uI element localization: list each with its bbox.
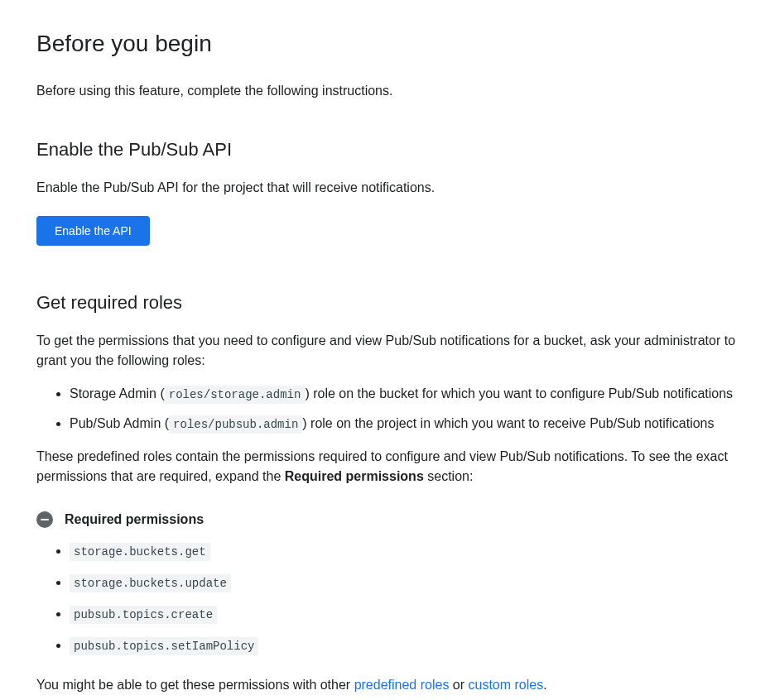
permission-code: pubsub.topics.create bbox=[70, 606, 217, 624]
other-roles-paragraph: You might be able to get these permissio… bbox=[36, 675, 753, 695]
permissions-list: storage.buckets.get storage.buckets.upda… bbox=[36, 541, 753, 655]
predefined-roles-link[interactable]: predefined roles bbox=[354, 678, 450, 692]
collapse-icon bbox=[36, 511, 53, 528]
required-permissions-expander: Required permissions storage.buckets.get… bbox=[36, 510, 753, 655]
expander-toggle[interactable]: Required permissions bbox=[36, 510, 753, 530]
list-item: Pub/Sub Admin (roles/pubsub.admin) role … bbox=[70, 414, 753, 434]
enable-api-heading: Enable the Pub/Sub API bbox=[36, 136, 753, 163]
role-text: Pub/Sub Admin ( bbox=[70, 416, 169, 430]
role-text: ) role on the project in which you want … bbox=[302, 416, 714, 430]
text: or bbox=[449, 678, 468, 692]
roles-list: Storage Admin (roles/storage.admin) role… bbox=[36, 384, 753, 434]
role-code: roles/pubsub.admin bbox=[169, 415, 302, 434]
text: section: bbox=[424, 469, 474, 483]
page: Before you begin Before using this featu… bbox=[0, 0, 770, 700]
role-text: Storage Admin ( bbox=[70, 386, 165, 400]
roles-intro-paragraph: To get the permissions that you need to … bbox=[36, 331, 753, 371]
page-title: Before you begin bbox=[36, 26, 753, 61]
list-item: pubsub.topics.create bbox=[70, 604, 753, 624]
text: You might be able to get these permissio… bbox=[36, 678, 354, 692]
list-item: pubsub.topics.setIamPolicy bbox=[70, 635, 753, 655]
list-item: storage.buckets.update bbox=[70, 573, 753, 592]
role-code: roles/storage.admin bbox=[165, 386, 306, 404]
required-permissions-label: Required permissions bbox=[285, 469, 424, 483]
expander-title: Required permissions bbox=[65, 510, 204, 530]
required-roles-heading: Get required roles bbox=[36, 289, 753, 316]
roles-explanation: These predefined roles contain the permi… bbox=[36, 447, 753, 487]
enable-api-paragraph: Enable the Pub/Sub API for the project t… bbox=[36, 178, 753, 198]
enable-api-button[interactable]: Enable the API bbox=[36, 216, 150, 246]
role-text: ) role on the bucket for which you want … bbox=[305, 386, 733, 400]
text: . bbox=[543, 678, 546, 692]
intro-paragraph: Before using this feature, complete the … bbox=[36, 81, 753, 101]
custom-roles-link[interactable]: custom roles bbox=[469, 678, 544, 692]
list-item: Storage Admin (roles/storage.admin) role… bbox=[70, 384, 753, 404]
permission-code: storage.buckets.get bbox=[70, 543, 210, 561]
permission-code: pubsub.topics.setIamPolicy bbox=[70, 637, 258, 655]
permission-code: storage.buckets.update bbox=[70, 574, 231, 592]
list-item: storage.buckets.get bbox=[70, 541, 753, 561]
